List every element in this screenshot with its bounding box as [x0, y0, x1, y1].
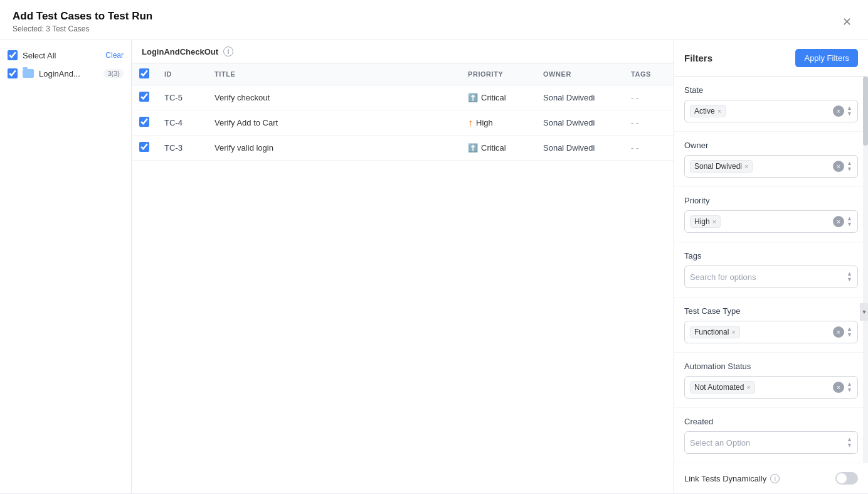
row-owner: Sonal Dwivedi: [536, 136, 623, 161]
row-owner: Sonal Dwivedi: [536, 85, 623, 110]
filter-group-created: CreatedSelect an Option▲▼: [674, 408, 868, 463]
main-content: LoginAndCheckOut i ID TITLE PRIORITY OWN…: [132, 40, 674, 493]
scrollbar-track: [863, 77, 868, 463]
spin-btns-tags: ▲▼: [847, 271, 852, 282]
filter-select-state[interactable]: Active××▲▼: [684, 100, 858, 122]
clear-filter-owner-button[interactable]: ×: [833, 161, 844, 172]
filter-tags-automation_status: Not Automated×: [690, 381, 833, 394]
row-id: TC-3: [157, 136, 207, 161]
spin-down-button[interactable]: ▼: [847, 443, 852, 448]
spin-down-button[interactable]: ▼: [847, 111, 852, 117]
modal-header-text: Add Test Cases to Test Run Selected: 3 T…: [13, 10, 152, 33]
spin-btns-test_case_type: ▲▼: [847, 326, 852, 338]
modal-body: Select All Clear LoginAnd... 3(3) LoginA…: [0, 40, 868, 493]
filters-panel: Filters Apply Filters StateActive××▲▼Own…: [674, 40, 868, 493]
col-id: ID: [157, 63, 207, 85]
clear-filter-priority-button[interactable]: ×: [833, 216, 844, 227]
modal: Add Test Cases to Test Run Selected: 3 T…: [0, 0, 868, 494]
filter-tag-remove[interactable]: ×: [744, 163, 748, 170]
clear-filter-test_case_type-button[interactable]: ×: [833, 326, 844, 338]
col-title: TITLE: [207, 63, 460, 85]
filter-group-state: StateActive××▲▼: [674, 77, 868, 132]
filter-select-automation_status[interactable]: Not Automated××▲▼: [684, 376, 858, 399]
spin-btns-owner: ▲▼: [847, 161, 852, 172]
link-tests-dynamically-row: Link Tests Dynamically i: [674, 463, 868, 493]
select-all-label: Select All: [23, 51, 56, 60]
spin-down-button[interactable]: ▼: [847, 332, 852, 338]
filter-tag: Active×: [690, 105, 726, 117]
col-priority: PRIORITY: [460, 63, 536, 85]
panel-scroll-arrow[interactable]: ▼: [860, 303, 868, 321]
filter-controls-test_case_type: ×▲▼: [833, 326, 852, 338]
filter-group-test_case_type: Test Case TypeFunctional××▲▼: [674, 298, 868, 353]
link-tests-toggle[interactable]: [835, 472, 858, 485]
priority-label: Critical: [481, 93, 506, 102]
row-tags: - -: [623, 136, 674, 161]
row-checkbox[interactable]: [139, 117, 149, 127]
priority-critical-icon: ⬆️: [468, 143, 478, 153]
filter-label-automation_status: Automation Status: [684, 362, 858, 371]
close-button[interactable]: ✕: [838, 13, 855, 31]
clear-button[interactable]: Clear: [105, 51, 124, 60]
clear-filter-state-button[interactable]: ×: [833, 105, 844, 117]
filter-group-owner: OwnerSonal Dwivedi××▲▼: [674, 132, 868, 187]
spin-btns-state: ▲▼: [847, 105, 852, 117]
spin-down-button[interactable]: ▼: [847, 277, 852, 282]
spin-down-button[interactable]: ▼: [847, 166, 852, 172]
scrollbar-thumb[interactable]: [863, 77, 868, 146]
filter-select-created[interactable]: Select an Option▲▼: [684, 431, 858, 454]
row-id: TC-5: [157, 85, 207, 110]
row-tags: - -: [623, 110, 674, 136]
filter-placeholder-tags: Search for options: [690, 272, 845, 282]
spin-down-button[interactable]: ▼: [847, 222, 852, 227]
close-icon: ✕: [842, 15, 852, 29]
table-select-all-checkbox[interactable]: [139, 68, 149, 78]
section-title-text: LoginAndCheckOut: [142, 47, 218, 56]
filter-tags-test_case_type: Functional×: [690, 326, 833, 338]
filters-body: StateActive××▲▼OwnerSonal Dwivedi××▲▼Pri…: [674, 77, 868, 463]
spin-down-button[interactable]: ▼: [847, 387, 852, 393]
filter-tag: Not Automated×: [690, 381, 755, 394]
filter-tags-priority: High×: [690, 215, 833, 228]
filter-select-priority[interactable]: High××▲▼: [684, 210, 858, 233]
link-tests-info-icon: i: [770, 474, 780, 483]
filter-tag: High×: [690, 215, 721, 228]
filter-tags-created: Select an Option: [690, 438, 845, 448]
filter-controls-automation_status: ×▲▼: [833, 382, 852, 393]
clear-filter-automation_status-button[interactable]: ×: [833, 382, 844, 393]
filter-controls-priority: ×▲▼: [833, 216, 852, 227]
table-section-title: LoginAndCheckOut i: [132, 40, 674, 63]
filter-tag-remove[interactable]: ×: [712, 218, 716, 225]
sidebar-item-label: LoginAnd...: [39, 69, 98, 78]
table-row: TC-4Verify Add to Cart↑HighSonal Dwivedi…: [132, 110, 674, 136]
col-tags: TAGS: [623, 63, 674, 85]
filter-tag-remove[interactable]: ×: [731, 328, 735, 336]
filter-group-automation_status: Automation StatusNot Automated××▲▼: [674, 353, 868, 408]
filter-select-test_case_type[interactable]: Functional××▲▼: [684, 321, 858, 343]
filter-group-tags: TagsSearch for options▲▼: [674, 242, 868, 298]
sidebar-item-count: 3(3): [103, 69, 124, 78]
sidebar-item-loginandcheckout[interactable]: LoginAnd... 3(3): [0, 64, 131, 83]
test-cases-table: ID TITLE PRIORITY OWNER TAGS TC-5Verify …: [132, 63, 674, 161]
row-checkbox[interactable]: [139, 142, 149, 152]
filter-tags-owner: Sonal Dwivedi×: [690, 160, 833, 173]
apply-filters-button[interactable]: Apply Filters: [795, 49, 858, 67]
sidebar-header: Select All Clear: [0, 46, 131, 64]
sidebar-item-checkbox[interactable]: [8, 68, 18, 78]
table-row: TC-5Verify checkout⬆️CriticalSonal Dwive…: [132, 85, 674, 110]
spin-btns-automation_status: ▲▼: [847, 382, 852, 393]
row-checkbox[interactable]: [139, 92, 149, 102]
toggle-knob: [837, 473, 847, 483]
filter-select-owner[interactable]: Sonal Dwivedi××▲▼: [684, 155, 858, 178]
filter-tag-remove[interactable]: ×: [717, 107, 721, 115]
chevron-down-icon: ▼: [862, 309, 867, 315]
filter-controls-created: ▲▼: [845, 437, 852, 448]
filter-tag-remove[interactable]: ×: [746, 384, 750, 391]
filter-select-tags[interactable]: Search for options▲▼: [684, 266, 858, 288]
filter-tags-state: Active×: [690, 105, 833, 117]
row-priority: ⬆️Critical: [460, 85, 536, 110]
modal-subtitle: Selected: 3 Test Cases: [13, 24, 152, 33]
row-priority: ⬆️Critical: [460, 136, 536, 161]
select-all-checkbox[interactable]: [8, 50, 18, 60]
filters-title: Filters: [684, 53, 712, 63]
